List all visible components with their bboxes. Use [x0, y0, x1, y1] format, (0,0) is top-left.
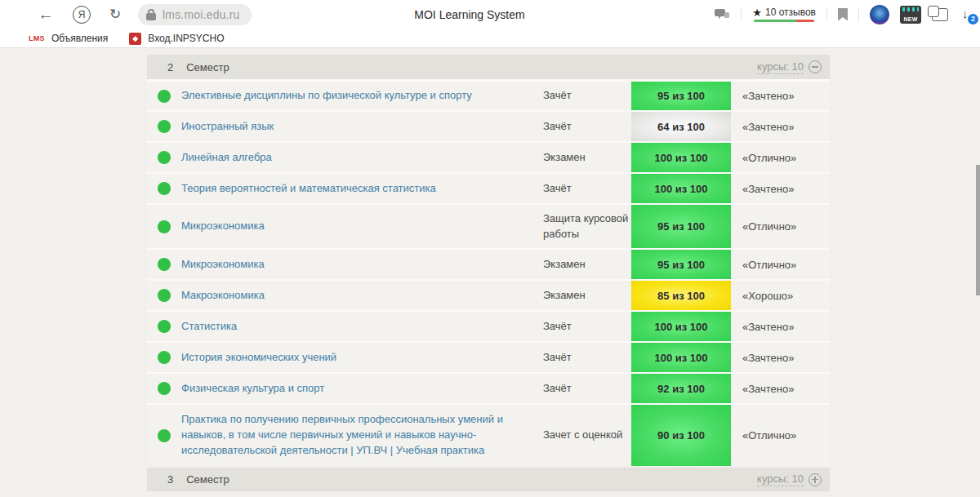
- table-row: Статистика Зачёт 100 из 100 «Зачтено»: [147, 310, 830, 341]
- course-link[interactable]: Практика по получению первичных професси…: [181, 412, 528, 459]
- course-link[interactable]: Статистика: [181, 319, 237, 335]
- table-row: Микроэкономика Защита курсовой работы 95…: [147, 203, 830, 248]
- status-cell: [147, 374, 181, 403]
- status-dot-icon: [158, 289, 171, 302]
- grade-cell: «Зачтено»: [731, 112, 830, 141]
- score-badge: 85 из 100: [631, 281, 731, 310]
- bookmark-label: Вход.INPSYCHO: [148, 33, 224, 44]
- star-icon: ★: [752, 7, 762, 18]
- course-cell: Статистика: [181, 312, 543, 341]
- score-badge: 100 из 100: [631, 143, 731, 172]
- bookmark-inpsycho-login[interactable]: ◆ Вход.INPSYCHO: [129, 33, 224, 45]
- assessment-type-cell: Экзамен: [543, 143, 631, 172]
- status-cell: [147, 405, 181, 466]
- lms-favicon: LMS: [29, 34, 45, 42]
- course-cell: Микроэкономика: [181, 250, 543, 279]
- collapse-minus-icon[interactable]: [808, 60, 822, 73]
- assessment-type-cell: Зачет с оценкой: [543, 405, 631, 466]
- url-text[interactable]: lms.moi.edu.ru: [163, 8, 240, 21]
- new-extension-icon[interactable]: NEW: [900, 6, 921, 24]
- divider: [741, 7, 742, 22]
- status-cell: [147, 281, 181, 310]
- status-dot-icon: [158, 258, 171, 271]
- score-badge: 100 из 100: [631, 174, 731, 203]
- divider: [858, 7, 859, 22]
- assessment-type-cell: Зачёт: [543, 82, 631, 110]
- table-row: Микроэкономика Экзамен 95 из 100 «Отличн…: [147, 248, 830, 279]
- collections-icon[interactable]: [932, 8, 948, 21]
- status-dot-icon: [158, 220, 171, 233]
- address-bar[interactable]: lms.moi.edu.ru: [138, 4, 252, 25]
- score-badge: 100 из 100: [631, 312, 731, 341]
- status-cell: [147, 82, 181, 110]
- status-cell: [147, 312, 181, 341]
- refresh-button[interactable]: ↻: [107, 7, 123, 23]
- score-badge: 92 из 100: [631, 374, 731, 403]
- bookmark-announcements[interactable]: LMS Объявления: [29, 33, 108, 44]
- status-cell: [147, 205, 181, 248]
- downloads-count-badge: 2: [968, 14, 978, 24]
- grade-cell: «Зачтено»: [731, 374, 830, 403]
- course-link[interactable]: История экономических учений: [181, 350, 336, 366]
- course-cell: Элективные дисциплины по физической куль…: [181, 82, 543, 110]
- status-cell: [147, 343, 181, 372]
- extension-browser-icon[interactable]: [870, 5, 889, 24]
- course-link[interactable]: Элективные дисциплины по физической куль…: [181, 88, 472, 104]
- assessment-type-cell: Зачёт: [543, 374, 631, 403]
- status-dot-icon: [158, 429, 171, 442]
- assessment-type-cell: Экзамен: [543, 281, 631, 310]
- score-badge: 100 из 100: [631, 343, 731, 372]
- score-badge: 95 из 100: [631, 205, 731, 248]
- status-dot-icon: [158, 151, 171, 164]
- toolbar-right-icons: ★ 10 отзывов NEW ↓ 2: [714, 0, 975, 29]
- table-row: Линейная алгебра Экзамен 100 из 100 «Отл…: [147, 141, 830, 172]
- back-button[interactable]: ←: [37, 6, 55, 24]
- course-link[interactable]: Иностранный язык: [181, 119, 274, 135]
- protect-feedback-icon[interactable]: [714, 7, 730, 22]
- lms-page-content: 2 Семестр курсы: 10 Элективные дисциплин…: [0, 48, 980, 496]
- course-cell: Линейная алгебра: [181, 143, 543, 172]
- table-row: Элективные дисциплины по физической куль…: [147, 79, 830, 110]
- grade-cell: «Отлично»: [731, 143, 830, 172]
- course-link[interactable]: Линейная алгебра: [181, 150, 272, 166]
- course-link[interactable]: Теория вероятностей и математическая ста…: [181, 181, 436, 197]
- status-dot-icon: [158, 382, 171, 395]
- course-cell: Иностранный язык: [181, 112, 543, 141]
- expand-plus-icon[interactable]: [808, 473, 822, 486]
- bookmark-flag-icon[interactable]: [838, 8, 848, 21]
- semester-3-expand-toggle[interactable]: курсы: 10: [757, 473, 822, 486]
- status-dot-icon: [158, 120, 171, 133]
- yandex-browser-icon[interactable]: Я: [73, 6, 91, 24]
- semester-label: Семестр: [186, 61, 229, 73]
- semester-number: 2: [167, 61, 173, 73]
- grade-cell: «Отлично»: [731, 405, 830, 466]
- assessment-type-cell: Экзамен: [543, 250, 631, 279]
- score-badge: 95 из 100: [631, 250, 731, 279]
- course-link[interactable]: Макроэкономика: [181, 288, 265, 304]
- assessment-type-cell: Зачёт: [543, 312, 631, 341]
- score-badge: 64 из 100: [631, 112, 731, 141]
- site-reviews[interactable]: ★ 10 отзывов: [752, 7, 816, 22]
- semester-label: Семестр: [186, 473, 229, 486]
- scrollbar-thumb[interactable]: [976, 165, 980, 295]
- semester-2-collapse-toggle[interactable]: курсы: 10: [757, 60, 822, 74]
- semester-2-header: 2 Семестр курсы: 10: [147, 55, 830, 79]
- bookmarks-bar: LMS Объявления ◆ Вход.INPSYCHO: [0, 29, 980, 48]
- course-link[interactable]: Физическая культура и спорт: [181, 381, 324, 397]
- browser-toolbar: ← Я ↻ lms.moi.edu.ru MOI Learning System…: [0, 0, 980, 29]
- course-rows: Элективные дисциплины по физической куль…: [147, 79, 830, 466]
- table-row: Иностранный язык Зачёт 64 из 100 «Зачтен…: [147, 110, 830, 141]
- reviews-count: 10 отзывов: [765, 7, 816, 18]
- downloads-button[interactable]: ↓ 2: [959, 7, 975, 23]
- course-cell: История экономических учений: [181, 343, 543, 372]
- status-dot-icon: [158, 351, 171, 364]
- status-cell: [147, 174, 181, 203]
- table-row: Теория вероятностей и математическая ста…: [147, 172, 830, 203]
- grade-cell: «Зачтено»: [731, 343, 830, 372]
- browser-chrome: ← Я ↻ lms.moi.edu.ru MOI Learning System…: [0, 0, 980, 48]
- course-cell: Микроэкономика: [181, 205, 543, 248]
- course-cell: Теория вероятностей и математическая ста…: [181, 174, 543, 203]
- grade-cell: «Отлично»: [731, 205, 830, 248]
- course-link[interactable]: Микроэкономика: [181, 257, 265, 273]
- course-link[interactable]: Микроэкономика: [181, 219, 265, 234]
